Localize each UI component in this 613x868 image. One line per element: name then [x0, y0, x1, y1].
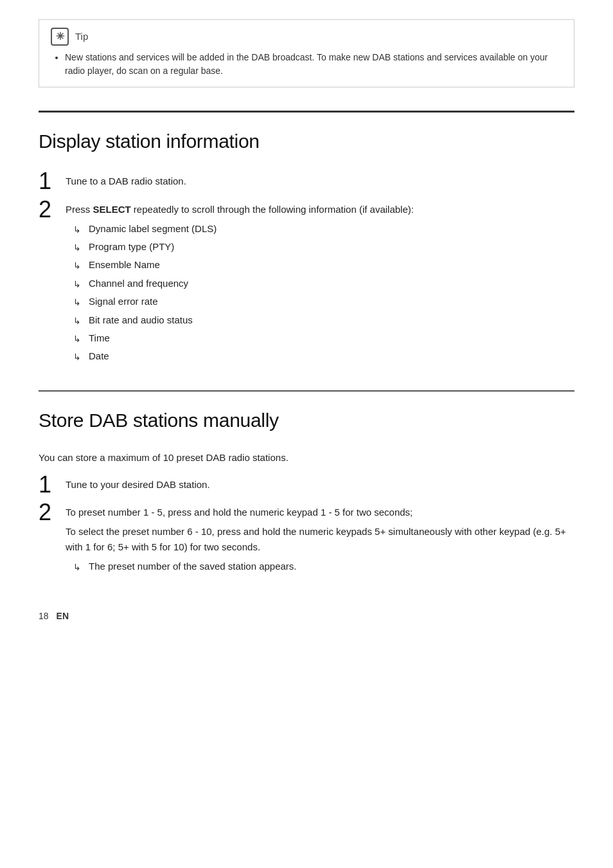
- list-item: ↳ Dynamic label segment (DLS): [73, 221, 574, 237]
- step2-row: 2 Press SELECT repeatedly to scroll thro…: [39, 199, 574, 367]
- section2-step1-text: Tune to your desired DAB station.: [66, 479, 210, 490]
- tip-box: ✳ Tip New stations and services will be …: [39, 19, 574, 87]
- arrow-icon-5: ↳: [73, 295, 81, 309]
- step2-list: ↳ Dynamic label segment (DLS) ↳ Program …: [66, 221, 574, 365]
- tip-label: Tip: [75, 30, 88, 44]
- section2-steps: 1 Tune to your desired DAB station. 2 To…: [39, 475, 574, 577]
- section2-divider: [39, 390, 574, 392]
- list-item: ↳ The preset number of the saved station…: [73, 559, 574, 574]
- section2-step2-row: 2 To preset number 1 - 5, press and hold…: [39, 502, 574, 577]
- page-footer: 18 EN: [39, 603, 574, 623]
- section2-step2-continuation: To select the preset number 6 - 10, pres…: [66, 524, 574, 555]
- section2-intro: You can store a maximum of 10 preset DAB…: [39, 450, 574, 466]
- arrow-icon-7: ↳: [73, 332, 81, 346]
- section1-steps: 1 Tune to a DAB radio station. 2 Press S…: [39, 171, 574, 367]
- list-item-text-2: Program type (PTY): [89, 239, 174, 255]
- list-item-text-7: Time: [89, 330, 110, 346]
- tip-content: New stations and services will be added …: [51, 51, 562, 78]
- step2-bold: SELECT: [93, 204, 131, 215]
- list-item-text-3: Ensemble Name: [89, 257, 160, 273]
- list-item: ↳ Time: [73, 330, 574, 346]
- section2-step1-number: 1: [39, 472, 66, 498]
- tip-text: New stations and services will be added …: [65, 51, 562, 78]
- arrow-icon-s2: ↳: [73, 560, 81, 574]
- list-item-text-1: Dynamic label segment (DLS): [89, 221, 217, 237]
- list-item-text-6: Bit rate and audio status: [89, 312, 193, 328]
- section1-divider: [39, 111, 574, 113]
- list-item: ↳ Date: [73, 348, 574, 364]
- step2-content: Press SELECT repeatedly to scroll throug…: [66, 199, 574, 367]
- list-item: ↳ Channel and frequency: [73, 276, 574, 291]
- section2-step2-list: ↳ The preset number of the saved station…: [66, 559, 574, 574]
- list-item-text-8: Date: [89, 348, 109, 364]
- section2-title: Store DAB stations manually: [39, 406, 574, 435]
- step1-content: Tune to a DAB radio station.: [66, 171, 574, 189]
- arrow-icon-2: ↳: [73, 240, 81, 255]
- section2-step2-content: To preset number 1 - 5, press and hold t…: [66, 502, 574, 577]
- list-item-text-5: Signal error rate: [89, 294, 158, 309]
- tip-icon: ✳: [51, 28, 69, 46]
- section2-step1-content: Tune to your desired DAB station.: [66, 475, 574, 493]
- lang-label: EN: [57, 610, 69, 623]
- section1-title: Display station information: [39, 127, 574, 156]
- section2-step2-number: 2: [39, 500, 66, 525]
- arrow-icon-8: ↳: [73, 350, 81, 364]
- list-item: ↳ Program type (PTY): [73, 239, 574, 255]
- arrow-icon-6: ↳: [73, 314, 81, 328]
- list-item: ↳ Bit rate and audio status: [73, 312, 574, 328]
- step1-number: 1: [39, 168, 66, 194]
- step1-row: 1 Tune to a DAB radio station.: [39, 171, 574, 194]
- tip-header: ✳ Tip: [51, 28, 562, 46]
- section2-list-item-1: The preset number of the saved station a…: [89, 559, 297, 574]
- arrow-icon-1: ↳: [73, 222, 81, 237]
- step1-text: Tune to a DAB radio station.: [66, 176, 186, 186]
- section2-step2-text: To preset number 1 - 5, press and hold t…: [66, 507, 413, 518]
- list-item: ↳ Ensemble Name: [73, 257, 574, 273]
- list-item-text-4: Channel and frequency: [89, 276, 188, 291]
- arrow-icon-4: ↳: [73, 277, 81, 291]
- step2-number: 2: [39, 197, 66, 222]
- page-number: 18: [39, 610, 49, 623]
- arrow-icon-3: ↳: [73, 258, 81, 273]
- section2-step1-row: 1 Tune to your desired DAB station.: [39, 475, 574, 498]
- list-item: ↳ Signal error rate: [73, 294, 574, 309]
